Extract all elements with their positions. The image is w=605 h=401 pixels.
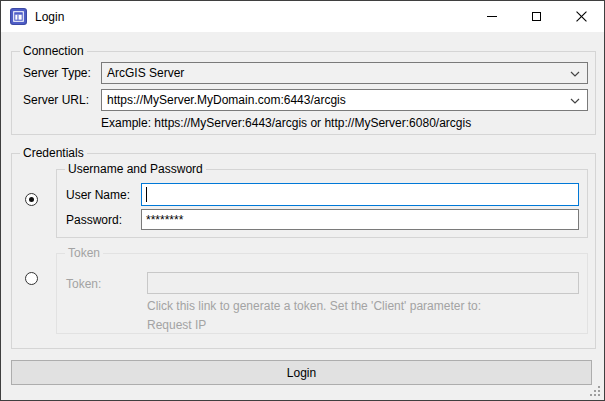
credentials-group-label: Credentials — [20, 146, 87, 161]
server-url-label: Server URL: — [23, 93, 89, 107]
server-type-label: Server Type: — [23, 66, 91, 80]
window-title: Login — [35, 10, 64, 24]
connection-group-label: Connection — [20, 44, 87, 59]
server-type-value: ArcGIS Server — [107, 66, 184, 80]
maximize-button[interactable] — [514, 1, 559, 32]
login-dialog: Login Connection Server Type: ArcGIS Ser… — [0, 0, 605, 401]
minimize-button[interactable] — [469, 1, 514, 32]
token-input — [147, 272, 579, 294]
radio-token[interactable] — [25, 272, 38, 285]
token-help-label: Click this link to generate a token. Set… — [147, 299, 481, 313]
chevron-down-icon — [570, 93, 580, 107]
app-form-icon — [10, 8, 27, 25]
token-label: Token: — [66, 277, 101, 291]
username-password-group-label: Username and Password — [65, 162, 206, 177]
server-url-combobox[interactable]: https://MyServer.MyDomain.com:6443/arcgi… — [101, 89, 588, 111]
password-label: Password: — [66, 213, 122, 227]
chevron-down-icon — [570, 66, 580, 80]
user-name-label: User Name: — [66, 188, 130, 202]
server-url-value: https://MyServer.MyDomain.com:6443/arcgi… — [107, 93, 346, 107]
token-group-label: Token — [65, 246, 103, 261]
request-ip-link[interactable]: Request IP — [147, 318, 206, 332]
login-button[interactable]: Login — [11, 360, 592, 385]
caption-buttons — [469, 1, 604, 32]
password-input[interactable] — [141, 209, 579, 230]
text-caret — [146, 187, 147, 202]
user-name-input[interactable] — [141, 183, 579, 206]
radio-username-password[interactable] — [25, 193, 38, 206]
maximize-icon — [532, 12, 541, 21]
titlebar[interactable]: Login — [1, 1, 604, 32]
close-icon — [576, 11, 587, 22]
resize-grip[interactable] — [589, 385, 601, 397]
minimize-icon — [487, 16, 497, 17]
close-button[interactable] — [559, 1, 604, 32]
login-button-label: Login — [287, 366, 316, 380]
server-url-example-label: Example: https://MyServer:6443/arcgis or… — [101, 116, 471, 130]
server-type-combobox[interactable]: ArcGIS Server — [101, 62, 588, 84]
